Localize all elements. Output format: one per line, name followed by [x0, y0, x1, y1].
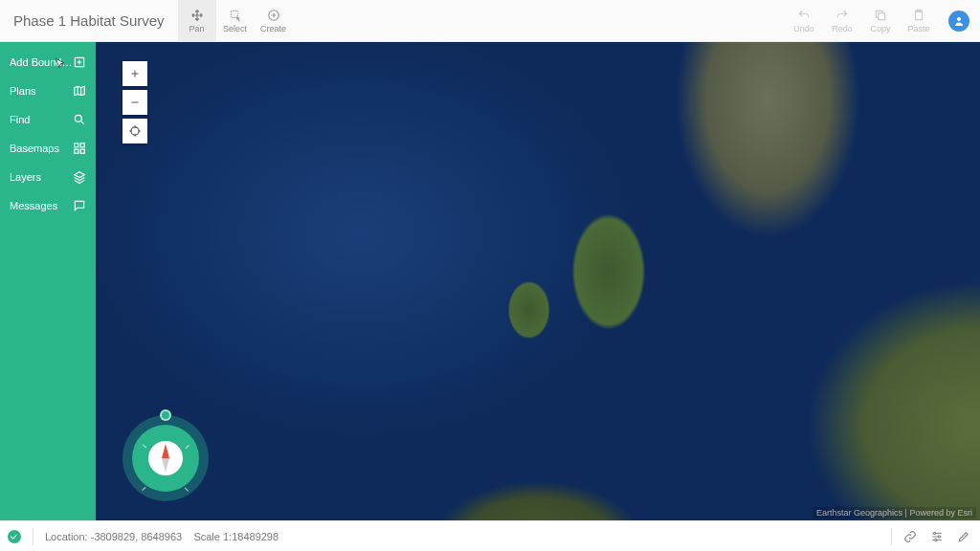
pan-west-arrow[interactable]: ︿ — [145, 454, 154, 463]
zoom-in-button[interactable] — [122, 61, 147, 86]
app-title: Phase 1 Habitat Survey — [0, 0, 178, 41]
status-location: Location: -3809829, 8648963 Scale 1:1848… — [45, 531, 278, 542]
status-ok-icon — [8, 530, 21, 543]
svg-rect-10 — [75, 149, 78, 153]
zoom-controls — [122, 61, 147, 143]
compass-tick — [143, 444, 146, 448]
locate-button[interactable] — [122, 119, 147, 143]
user-avatar[interactable] — [938, 0, 980, 41]
sidebar-item-messages[interactable]: Messages — [0, 191, 96, 220]
tool-group-right: Undo Redo Copy Paste — [785, 0, 980, 41]
paste-button[interactable]: Paste — [900, 0, 938, 41]
status-right-tools — [891, 528, 972, 545]
map-icon — [73, 84, 86, 98]
divider — [33, 528, 33, 545]
copy-label: Copy — [870, 24, 890, 33]
select-label: Select — [223, 24, 247, 33]
sidebar-item-label: Layers — [10, 171, 41, 183]
plus-icon — [129, 68, 141, 79]
status-bar: Location: -3809829, 8648963 Scale 1:1848… — [0, 520, 980, 551]
map-viewport[interactable]: ︿ ︿ ︿ ︿ Earthstar Geographics | Powered … — [96, 42, 980, 520]
compass-tick — [186, 445, 189, 449]
zoom-out-button[interactable] — [122, 90, 147, 115]
divider — [891, 528, 892, 545]
grid-icon — [73, 142, 86, 155]
redo-icon — [835, 9, 849, 22]
top-toolbar: Phase 1 Habitat Survey Pan Select Create — [0, 0, 980, 42]
move-icon — [190, 9, 204, 22]
toolbar-spacer — [293, 0, 785, 41]
sidebar-item-label: Basemaps — [10, 143, 59, 154]
svg-point-12 — [131, 127, 139, 135]
sidebar-item-label: Plans — [10, 85, 36, 97]
paste-label: Paste — [907, 24, 929, 33]
create-label: Create — [260, 24, 286, 33]
create-tool[interactable]: Create — [255, 0, 293, 41]
layers-icon — [73, 170, 86, 184]
edit-button[interactable] — [955, 528, 972, 545]
svg-rect-11 — [80, 149, 84, 153]
pan-south-arrow[interactable]: ︿ — [162, 470, 170, 478]
sidebar-item-basemaps[interactable]: Basemaps — [0, 134, 96, 163]
sidebar-item-add-boundary[interactable]: Add Bounda... — [0, 48, 96, 77]
location-label: Location: — [45, 531, 88, 542]
svg-point-14 — [938, 535, 940, 537]
svg-rect-2 — [879, 12, 885, 19]
crosshair-icon — [128, 124, 142, 138]
sliders-icon — [930, 530, 944, 543]
svg-point-7 — [75, 115, 81, 121]
satellite-basemap — [96, 42, 980, 520]
svg-point-5 — [957, 17, 961, 21]
compass-ring: ︿ ︿ ︿ ︿ — [132, 425, 199, 492]
select-tool[interactable]: Select — [216, 0, 255, 41]
select-icon — [229, 9, 242, 22]
sidebar-item-label: Messages — [10, 200, 57, 211]
paste-icon — [912, 9, 925, 22]
sidebar: Add Bounda... Plans Find Basemaps Layers — [0, 42, 96, 520]
settings-list-button[interactable] — [928, 528, 946, 545]
compass-widget[interactable]: ︿ ︿ ︿ ︿ — [122, 415, 209, 501]
location-value: -3809829, 8648963 — [91, 531, 182, 542]
redo-button[interactable]: Redo — [823, 0, 861, 41]
pan-east-arrow[interactable]: ︿ — [177, 454, 186, 463]
pencil-icon — [957, 530, 970, 543]
undo-label: Undo — [793, 24, 814, 33]
sidebar-item-label: Add Bounda... — [10, 56, 73, 68]
pan-north-arrow[interactable]: ︿ — [162, 438, 170, 447]
undo-button[interactable]: Undo — [785, 0, 823, 41]
svg-point-15 — [935, 539, 937, 540]
avatar-icon — [948, 11, 969, 32]
scale-value: 1:18489298 — [223, 531, 278, 542]
link-icon — [903, 530, 917, 543]
search-icon — [73, 113, 86, 126]
tool-group-left: Pan Select Create — [178, 0, 293, 41]
pan-tool[interactable]: Pan — [178, 0, 216, 41]
plus-circle-icon — [267, 9, 280, 22]
redo-label: Redo — [832, 24, 853, 33]
sidebar-item-find[interactable]: Find — [0, 105, 96, 134]
copy-button[interactable]: Copy — [861, 0, 900, 41]
scale-label: Scale — [193, 531, 220, 542]
link-button[interactable] — [902, 528, 919, 545]
undo-icon — [797, 9, 811, 22]
sidebar-item-label: Find — [10, 114, 30, 125]
svg-rect-8 — [75, 143, 78, 147]
chat-icon — [73, 199, 86, 212]
app-title-text: Phase 1 Habitat Survey — [13, 12, 165, 29]
copy-icon — [874, 9, 887, 22]
map-attribution: Earthstar Geographics | Powered by Esri — [813, 507, 976, 518]
svg-point-13 — [934, 532, 936, 534]
compass-heading-handle[interactable] — [160, 409, 171, 421]
pan-label: Pan — [189, 24, 205, 33]
svg-rect-9 — [80, 143, 84, 147]
minus-icon — [129, 97, 141, 108]
sidebar-item-layers[interactable]: Layers — [0, 163, 96, 191]
main-area: Add Bounda... Plans Find Basemaps Layers — [0, 42, 980, 520]
sidebar-item-plans[interactable]: Plans — [0, 77, 96, 105]
polygon-add-icon — [73, 55, 86, 69]
